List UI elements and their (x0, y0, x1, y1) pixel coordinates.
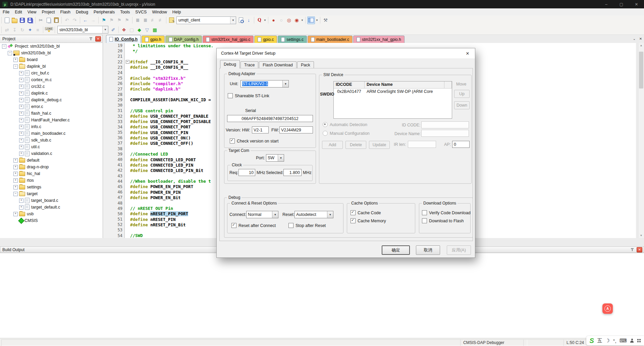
tree-item[interactable]: +hic_hal (0, 170, 103, 177)
tree-item[interactable]: +daplink.c (0, 90, 103, 97)
chevron-down-icon[interactable]: ▼ (102, 26, 108, 33)
tree-item[interactable]: +default (0, 157, 103, 164)
tab-settings.c[interactable]: settings.c (278, 36, 307, 43)
chevron-down-icon[interactable]: ▼ (272, 211, 278, 218)
chevron-down-icon[interactable]: ▼ (315, 19, 319, 22)
save-icon[interactable] (19, 17, 26, 24)
close-file-button[interactable]: ✕ (638, 36, 643, 41)
tree-item[interactable]: +drag-n-drop (0, 164, 103, 170)
tree-item[interactable]: +board (0, 56, 103, 63)
manual-configuration-radio[interactable]: Manual Configuration (323, 131, 370, 136)
batch-build-icon[interactable]: ✦ (26, 26, 34, 33)
add-button[interactable]: Add (322, 141, 343, 149)
expand-toggle[interactable]: − (13, 192, 18, 196)
kill-all-breakpoints-icon[interactable]: ◉ (293, 17, 300, 24)
apply-button[interactable]: 应用(A) (447, 245, 471, 255)
night-mode-icon[interactable]: ☽ (605, 338, 610, 344)
tree-item[interactable]: +flash_hal.c (0, 110, 103, 117)
expand-toggle[interactable]: + (19, 105, 23, 109)
expand-toggle[interactable]: + (19, 91, 23, 96)
id-code-field[interactable] (421, 121, 469, 128)
disable-all-breakpoints-icon[interactable]: ◎ (285, 17, 292, 24)
download-to-flash-icon[interactable]: LOAD (45, 26, 53, 33)
menu-window[interactable]: Window (149, 8, 169, 15)
debug-windows-icon[interactable] (307, 16, 315, 24)
dialog-tab-debug[interactable]: Debug (220, 60, 240, 68)
close-button[interactable]: ✕ (629, 0, 644, 8)
tree-item[interactable]: +circ_buf.c (0, 70, 103, 76)
search-combo[interactable]: umqtt_client▼ (176, 16, 236, 24)
verify-code-download-checkbox[interactable]: Verify Code Download (422, 210, 471, 215)
chevron-down-icon[interactable]: ▼ (263, 19, 267, 22)
tree-item[interactable]: +validation.c (0, 150, 103, 157)
options-for-target-icon[interactable]: ✐ (110, 26, 117, 33)
undo-icon[interactable]: ↶ (63, 17, 70, 24)
minimize-button[interactable]: – (599, 0, 614, 8)
tree-item[interactable]: +util.c (0, 143, 103, 150)
redo-icon[interactable]: ↷ (71, 17, 78, 24)
menu-svcs[interactable]: SVCS (132, 8, 149, 15)
pack-installer-icon[interactable]: ▩ (151, 26, 158, 33)
copy-icon[interactable] (45, 17, 52, 24)
update-button[interactable]: Update (369, 141, 390, 149)
expand-toggle[interactable]: + (13, 212, 18, 216)
menu-help[interactable]: Help (170, 8, 184, 15)
port-combo[interactable]: SW ▼ (266, 154, 284, 162)
new-file-icon[interactable] (3, 17, 10, 24)
expand-toggle[interactable]: + (19, 145, 23, 149)
expand-toggle[interactable]: + (19, 152, 23, 156)
hw-version-field[interactable]: V2-1 (252, 126, 269, 133)
expand-toggle[interactable]: + (19, 84, 23, 89)
menu-peripherals[interactable]: Peripherals (91, 8, 117, 15)
sogou-logo[interactable]: S (589, 337, 594, 345)
menu-tools[interactable]: Tools (117, 8, 132, 15)
scroll-down-icon[interactable]: ▼ (638, 233, 644, 238)
file-extensions-icon[interactable]: ◆ (136, 26, 143, 33)
menu-debug[interactable]: Debug (73, 8, 91, 15)
tree-item[interactable]: +main_bootloader.c (0, 130, 103, 137)
tree-item[interactable]: +error.c (0, 103, 103, 110)
fold-toggle-icon[interactable]: − (125, 59, 130, 65)
dialog-tab-flash-download[interactable]: Flash Download (259, 61, 297, 68)
tree-item[interactable]: +target_board.c (0, 197, 103, 204)
expand-toggle[interactable]: + (19, 198, 23, 203)
cut-icon[interactable]: ✂ (37, 17, 44, 24)
tree-item[interactable]: +daplink_debug.c (0, 97, 103, 103)
download-to-flash-checkbox[interactable]: Download to Flash (422, 218, 464, 223)
reset-after-connect-checkbox[interactable]: Reset after Connect (231, 223, 276, 228)
dialog-close-icon[interactable]: ✕ (460, 48, 475, 58)
expand-toggle[interactable]: + (19, 111, 23, 116)
expand-toggle[interactable]: − (13, 64, 18, 69)
reset-combo[interactable]: Autodetect ▼ (294, 211, 333, 218)
req-clock-field[interactable]: 10 (238, 169, 255, 176)
navigate-forward-icon[interactable]: → (90, 17, 97, 24)
unit-combo[interactable]: ST-LINK/V2-1 ▼ (240, 80, 289, 88)
ap-field[interactable]: 0 (452, 141, 470, 148)
expand-toggle[interactable]: + (19, 78, 23, 82)
menu-flash[interactable]: Flash (57, 8, 73, 15)
delete-button[interactable]: Delete (345, 141, 366, 149)
scrollbar-thumb[interactable] (639, 52, 643, 89)
chevron-down-icon[interactable]: ▼ (301, 19, 304, 22)
tree-item[interactable]: −target (0, 190, 103, 197)
fw-version-field[interactable]: V2J44M29 (279, 126, 313, 133)
idcode-column-header[interactable]: IDCODE (334, 81, 365, 88)
chevron-down-icon[interactable]: ▼ (278, 155, 284, 161)
expand-toggle[interactable]: − (2, 44, 6, 49)
expand-toggle[interactable]: + (19, 205, 23, 210)
stop-after-reset-checkbox[interactable]: Stop after Reset (288, 223, 326, 228)
chevron-down-icon[interactable]: ▼ (327, 211, 333, 218)
ir-len-field[interactable] (408, 141, 436, 148)
punctuation-icon[interactable]: °, (613, 338, 616, 344)
find-in-files-icon[interactable] (168, 17, 175, 24)
menu-edit[interactable]: Edit (12, 8, 25, 15)
window-filter-icon[interactable]: ▽ (144, 26, 151, 33)
translate-icon[interactable]: ⇄ (3, 26, 10, 33)
incremental-find-icon[interactable]: ↓ (245, 17, 252, 24)
ok-button[interactable]: 确定 (382, 245, 410, 255)
tree-item[interactable]: +usb (0, 211, 103, 217)
expand-toggle[interactable]: + (19, 125, 23, 129)
toolbox-icon[interactable] (637, 339, 641, 343)
project-panel-close-button[interactable]: ✕ (95, 36, 101, 42)
check-version-checkbox[interactable]: Check version on start (230, 138, 278, 143)
